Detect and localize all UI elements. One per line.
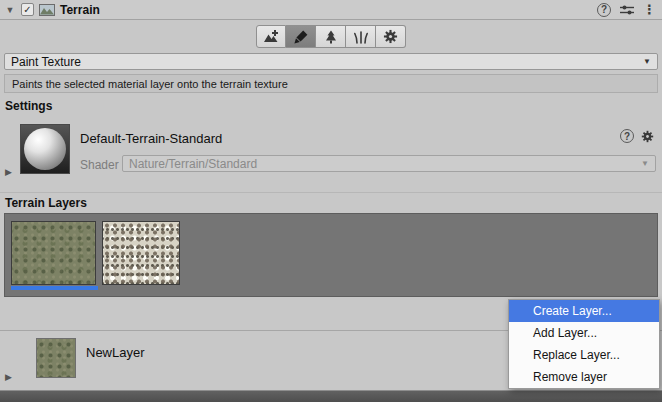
material-preview[interactable] xyxy=(20,124,70,174)
grass-details-icon xyxy=(353,29,369,45)
menu-item-add-layer[interactable]: Add Layer... xyxy=(509,322,659,344)
terrain-component-icon xyxy=(39,2,55,18)
presets-icon[interactable] xyxy=(620,4,634,16)
menu-item-replace-layer[interactable]: Replace Layer... xyxy=(509,344,659,366)
terrain-layer-thumbnail-grass[interactable] xyxy=(11,221,96,285)
terrain-tool-group xyxy=(256,25,406,48)
component-header: ▼ ✓ Terrain ? ⋮ xyxy=(0,0,662,20)
paint-details-button[interactable] xyxy=(346,25,376,48)
create-neighbor-terrains-button[interactable] xyxy=(256,25,286,48)
shader-dropdown[interactable]: Nature/Terrain/Standard ▼ xyxy=(122,155,656,172)
terrain-layer-thumbnail-gravel[interactable] xyxy=(102,221,180,285)
window-bottom-strip xyxy=(0,390,662,402)
context-menu-icon[interactable]: ⋮ xyxy=(643,3,656,17)
tool-description-box: Paints the selected material layer onto … xyxy=(4,74,658,93)
component-enabled-checkbox[interactable]: ✓ xyxy=(21,3,34,16)
material-sphere-thumbnail xyxy=(24,128,66,170)
material-help-icon[interactable]: ? xyxy=(620,129,634,143)
chevron-down-icon: ▼ xyxy=(641,159,649,168)
checkmark-icon: ✓ xyxy=(23,4,31,15)
shader-dropdown-value: Nature/Terrain/Standard xyxy=(129,157,257,171)
menu-item-create-layer[interactable]: Create Layer... xyxy=(509,300,659,322)
paint-tool-dropdown[interactable]: Paint Texture ▼ xyxy=(4,53,658,70)
paint-trees-button[interactable] xyxy=(316,25,346,48)
component-title: Terrain xyxy=(60,3,100,17)
selected-layer-name: NewLayer xyxy=(86,345,145,360)
help-icon[interactable]: ? xyxy=(597,3,611,17)
terrain-inspector: ▼ ✓ Terrain ? ⋮ xyxy=(0,0,662,402)
layer-foldout-icon[interactable]: ▶ xyxy=(5,372,12,382)
settings-section-label: Settings xyxy=(5,99,52,113)
material-name: Default-Terrain-Standard xyxy=(80,131,222,146)
gear-icon xyxy=(383,29,398,44)
terrain-layers-section-label: Terrain Layers xyxy=(5,196,87,210)
material-gear-icon[interactable] xyxy=(641,130,654,143)
divider xyxy=(0,192,662,193)
chevron-down-icon: ▼ xyxy=(643,57,651,66)
selected-layer-thumbnail[interactable] xyxy=(36,338,76,378)
tool-description-text: Paints the selected material layer onto … xyxy=(12,78,288,90)
tree-icon xyxy=(323,29,339,45)
shader-label: Shader xyxy=(80,158,119,172)
material-actions: ? xyxy=(620,129,654,143)
paint-terrain-button[interactable] xyxy=(286,25,316,48)
header-actions: ? ⋮ xyxy=(597,3,656,17)
paint-brush-icon xyxy=(293,29,309,45)
component-foldout-open-icon[interactable]: ▼ xyxy=(4,5,16,15)
paint-tool-dropdown-value: Paint Texture xyxy=(11,55,81,69)
terrain-layers-palette xyxy=(4,213,658,297)
menu-item-remove-layer[interactable]: Remove layer xyxy=(509,366,659,388)
create-neighbor-terrains-icon xyxy=(263,29,279,45)
layers-context-menu: Create Layer... Add Layer... Replace Lay… xyxy=(508,299,660,389)
selected-layer-underline xyxy=(11,286,98,290)
terrain-toolbar xyxy=(0,25,662,48)
terrain-settings-button[interactable] xyxy=(376,25,406,48)
material-foldout-icon[interactable]: ▶ xyxy=(5,167,12,177)
